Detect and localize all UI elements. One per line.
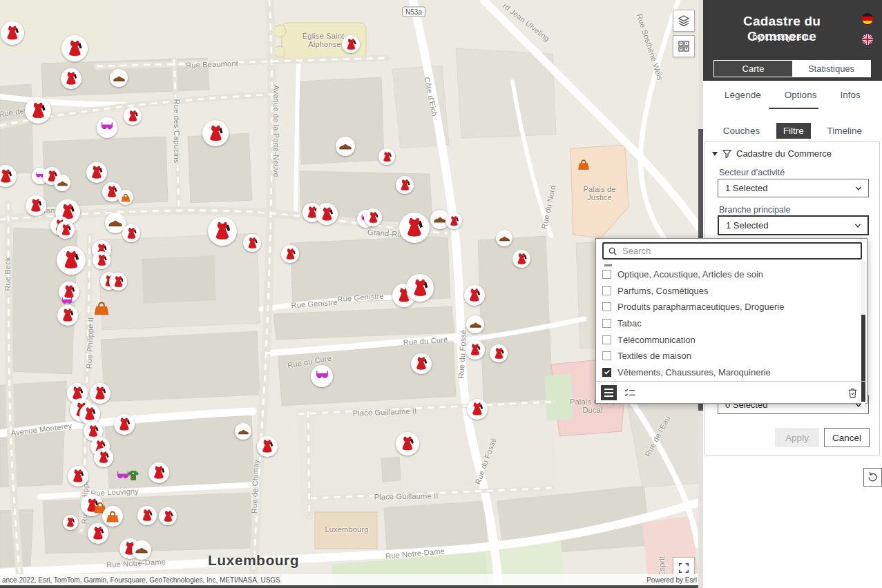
- checkbox-unchecked[interactable]: [602, 319, 611, 328]
- map-marker-dress[interactable]: [88, 523, 108, 544]
- tab-infos[interactable]: Infos: [841, 90, 861, 100]
- tab-filtre[interactable]: Filtre: [776, 123, 811, 139]
- filter-group-header[interactable]: Cadastre du Commerce: [712, 148, 832, 159]
- map-marker-dress[interactable]: [68, 466, 88, 487]
- map-marker-bra[interactable]: [311, 365, 333, 387]
- map-marker-dress[interactable]: [364, 208, 382, 226]
- map-marker-dress[interactable]: [466, 340, 485, 360]
- dropdown-option[interactable]: Optique, Acoustique, Articles de soin: [596, 266, 860, 283]
- map-marker-dress[interactable]: [148, 462, 169, 483]
- map-marker-shoe[interactable]: [110, 69, 128, 87]
- map-marker-dress[interactable]: [57, 305, 78, 326]
- collapse-caret-icon: [712, 152, 718, 156]
- apply-button[interactable]: Apply: [775, 428, 819, 447]
- map-marker-dress[interactable]: [93, 251, 111, 269]
- map-marker-shoe[interactable]: [132, 540, 151, 560]
- tab-couches[interactable]: Couches: [716, 123, 767, 139]
- checkbox-unchecked[interactable]: [602, 270, 611, 279]
- list-view-button[interactable]: [601, 385, 617, 400]
- uk-flag-button[interactable]: [862, 34, 873, 45]
- tab-options[interactable]: Options: [785, 90, 817, 100]
- map-marker-dress[interactable]: [63, 515, 78, 530]
- german-flag-button[interactable]: [862, 13, 873, 24]
- map-marker-dress[interactable]: [464, 285, 485, 306]
- dropdown-search[interactable]: [602, 242, 862, 259]
- dropdown-option[interactable]: Vêtements, Chaussures, Maroquinerie: [596, 364, 860, 381]
- map-marker-dress[interactable]: [122, 224, 140, 242]
- secteur-select[interactable]: 1 Selected: [718, 179, 869, 197]
- uk-flag-icon: [862, 34, 873, 45]
- map-marker-dress[interactable]: [406, 274, 434, 302]
- checkbox-checked[interactable]: [602, 368, 611, 377]
- tab-carte[interactable]: Carte: [714, 61, 792, 77]
- layers-button[interactable]: [673, 10, 695, 32]
- map-marker-dress[interactable]: [1, 21, 24, 45]
- selected-only-button[interactable]: [624, 387, 637, 398]
- dropdown-option[interactable]: Parfums, Cosmétiques: [596, 283, 860, 300]
- chevron-down-icon: [854, 184, 863, 195]
- map-marker-dress[interactable]: [86, 162, 107, 183]
- map-marker-dress[interactable]: [243, 234, 261, 252]
- map-marker-dress[interactable]: [114, 414, 135, 435]
- map-marker-dress[interactable]: [25, 97, 51, 124]
- map-marker-shoe[interactable]: [235, 423, 251, 440]
- map-marker-dress[interactable]: [137, 506, 157, 525]
- basemap-gallery-button[interactable]: [673, 35, 695, 57]
- map-marker-dress[interactable]: [124, 107, 142, 125]
- map-marker-bag[interactable]: [118, 190, 133, 205]
- map-marker-dress[interactable]: [378, 148, 395, 165]
- checkbox-unchecked[interactable]: [602, 286, 611, 295]
- map-marker-bra[interactable]: [97, 117, 117, 138]
- map-marker-dress[interactable]: [109, 273, 127, 291]
- marker-circle: [378, 148, 395, 165]
- map-marker-dress[interactable]: [202, 120, 229, 146]
- map-marker-dress[interactable]: [445, 213, 462, 229]
- map-marker-shoe[interactable]: [54, 175, 70, 191]
- map-marker-sweater[interactable]: [125, 467, 142, 487]
- map-marker-bag[interactable]: [577, 157, 591, 174]
- map-canvas[interactable]: Rue des BainsRue BeaumontRue des Capucin…: [0, 0, 699, 588]
- map-marker-dress[interactable]: [512, 250, 530, 268]
- map-marker-dress[interactable]: [490, 344, 508, 362]
- dropdown-option[interactable]: Produits parapharmaceutiques, Droguerie: [596, 299, 860, 315]
- map-marker-bag[interactable]: [93, 299, 111, 320]
- map-marker-shoe[interactable]: [336, 137, 355, 156]
- tab-timeline[interactable]: Timeline: [821, 123, 870, 139]
- clear-selection-button[interactable]: [847, 387, 859, 399]
- map-marker-dress[interactable]: [411, 353, 432, 374]
- dropdown-option[interactable]: Télécommunication: [596, 331, 860, 348]
- map-marker-dress[interactable]: [396, 432, 419, 455]
- marker-circle: [109, 273, 127, 291]
- checkbox-unchecked[interactable]: [602, 302, 611, 311]
- map-marker-dress[interactable]: [396, 176, 414, 194]
- map-marker-dress[interactable]: [257, 436, 278, 457]
- cancel-button[interactable]: Cancel: [824, 428, 870, 447]
- map-marker-dress[interactable]: [61, 68, 82, 89]
- dropdown-option[interactable]: Textiles de maison: [596, 348, 860, 364]
- map-marker-dress[interactable]: [467, 399, 488, 420]
- branche-select[interactable]: 1 Selected: [718, 215, 869, 235]
- map-marker-dress[interactable]: [399, 213, 430, 243]
- marker-circle: [466, 315, 484, 333]
- map-marker-dress[interactable]: [94, 448, 113, 467]
- map-marker-shoe[interactable]: [466, 315, 484, 333]
- dropdown-option[interactable]: Tabac: [596, 315, 860, 332]
- map-marker-shoe[interactable]: [496, 230, 512, 246]
- checkbox-unchecked[interactable]: [602, 335, 611, 344]
- map-marker-dress[interactable]: [208, 217, 237, 246]
- map-marker-dress[interactable]: [281, 245, 299, 263]
- search-input[interactable]: [621, 245, 861, 257]
- map-marker-dress[interactable]: [57, 246, 86, 275]
- map-marker-dress[interactable]: [26, 195, 46, 216]
- map-marker-dress[interactable]: [342, 35, 360, 53]
- reset-button[interactable]: [863, 468, 882, 487]
- map-marker-dress[interactable]: [57, 221, 75, 239]
- checkbox-unchecked[interactable]: [602, 351, 611, 360]
- tab-legende[interactable]: Légende: [725, 90, 761, 100]
- map-marker-dress[interactable]: [316, 203, 338, 225]
- map-marker-dress[interactable]: [61, 35, 88, 61]
- dropdown-option-label: Textiles de maison: [617, 351, 691, 361]
- map-marker-dress[interactable]: [159, 507, 177, 525]
- map-marker-dress[interactable]: [0, 165, 17, 187]
- tab-statistiques[interactable]: Statistiques: [792, 61, 870, 77]
